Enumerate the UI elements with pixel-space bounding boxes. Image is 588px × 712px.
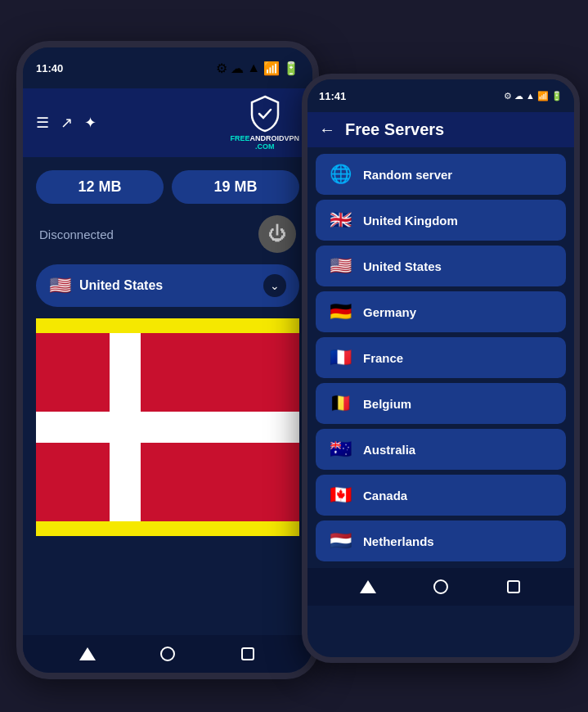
phone2-signal-icon: 📶 — [537, 91, 549, 101]
server-list: 🌐Random server🇬🇧United Kingdom🇺🇸United S… — [307, 147, 574, 568]
star-icon[interactable]: ✦ — [84, 114, 97, 132]
phone2-cloud-icon: ☁ — [514, 91, 523, 101]
phone2: 11:41 ⚙ ☁ ▲ 📶 🔋 ← Free Servers 🌐Random s… — [302, 74, 580, 663]
denmark-cross-vertical — [110, 333, 141, 521]
phone2-wifi-icon: ▲ — [526, 91, 535, 101]
denmark-flag — [36, 333, 299, 521]
phone2-back-triangle-icon — [360, 580, 376, 593]
server-item-nl[interactable]: 🇳🇱Netherlands — [316, 520, 566, 561]
data-left-badge: 12 MB — [36, 170, 164, 204]
back-nav-button[interactable] — [79, 646, 96, 662]
phone2-status-icons: ⚙ ☁ ▲ 📶 🔋 — [504, 91, 563, 101]
server-item-au[interactable]: 🇦🇺Australia — [316, 429, 566, 470]
server-name-random: Random server — [363, 168, 452, 182]
power-button[interactable]: ⏻ — [258, 215, 296, 253]
server-flag-fr: 🇫🇷 — [327, 347, 353, 368]
yellow-bar-top — [36, 318, 299, 333]
server-name-ca: Canada — [363, 489, 407, 502]
menu-icon[interactable]: ☰ — [36, 114, 49, 132]
server-flag-de: 🇩🇪 — [327, 301, 353, 322]
settings-icon: ⚙ — [216, 61, 227, 76]
server-flag-au: 🇦🇺 — [327, 439, 353, 460]
back-button[interactable]: ← — [319, 120, 335, 139]
connection-row: Disconnected ⏻ — [36, 215, 299, 253]
server-flag-random: 🌐 — [327, 164, 353, 185]
wifi-icon: ▲ — [247, 61, 260, 75]
phone2-back-nav-button[interactable] — [360, 579, 376, 595]
free-servers-title: Free Servers — [345, 120, 444, 139]
phone2-settings-icon: ⚙ — [504, 91, 512, 101]
country-selector[interactable]: 🇺🇸 United States ⌄ — [36, 264, 299, 307]
phone1-content: 12 MB 19 MB Disconnected ⏻ 🇺🇸 United Sta… — [23, 157, 312, 549]
server-name-uk: United Kingdom — [363, 214, 458, 228]
phone2-nav-bar — [307, 568, 574, 606]
phone2-header: ← Free Servers — [307, 112, 574, 147]
selected-flag: 🇺🇸 — [49, 275, 71, 296]
phone2-time: 11:41 — [319, 90, 346, 102]
server-item-us[interactable]: 🇺🇸United States — [316, 246, 566, 286]
cloud-icon: ☁ — [231, 61, 244, 76]
server-name-de: Germany — [363, 305, 416, 319]
server-flag-be: 🇧🇪 — [327, 393, 353, 414]
chevron-down-icon[interactable]: ⌄ — [263, 274, 286, 297]
recents-square-icon — [241, 647, 254, 660]
server-flag-us: 🇺🇸 — [327, 255, 353, 277]
server-item-be[interactable]: 🇧🇪Belgium — [316, 383, 566, 424]
server-item-uk[interactable]: 🇬🇧United Kingdom — [316, 200, 566, 241]
phone2-battery-icon: 🔋 — [551, 91, 563, 101]
phone2-home-nav-button[interactable] — [433, 579, 449, 595]
battery-icon: 🔋 — [283, 61, 299, 76]
phone1-nav-bar — [23, 635, 312, 673]
data-right-badge: 19 MB — [172, 170, 299, 204]
phone1-status-bar: 11:40 ⚙ ☁ ▲ 📶 🔋 — [23, 47, 312, 88]
share-icon[interactable]: ↗ — [61, 114, 73, 132]
phone1-time: 11:40 — [36, 62, 63, 74]
denmark-cross-horizontal — [36, 412, 299, 443]
logo-text: FREEANDROIDVPN .COM — [230, 134, 299, 151]
connection-status: Disconnected — [39, 228, 114, 241]
phone1-status-icons: ⚙ ☁ ▲ 📶 🔋 — [216, 61, 299, 76]
flag-display — [36, 318, 299, 536]
home-nav-button[interactable] — [159, 646, 176, 662]
server-name-us: United States — [363, 259, 442, 273]
data-row: 12 MB 19 MB — [36, 170, 299, 204]
home-circle-icon — [160, 647, 175, 661]
phone2-home-circle-icon — [433, 579, 448, 594]
phone2-status-bar: 11:41 ⚙ ☁ ▲ 📶 🔋 — [307, 79, 574, 112]
phone2-recents-nav-button[interactable] — [505, 579, 522, 595]
server-name-au: Australia — [363, 443, 415, 457]
server-flag-ca: 🇨🇦 — [327, 484, 353, 506]
server-name-nl: Netherlands — [363, 534, 434, 548]
signal-icon: 📶 — [263, 61, 280, 76]
server-flag-uk: 🇬🇧 — [327, 210, 353, 231]
logo-area: FREEANDROIDVPN .COM — [230, 95, 299, 151]
top-icons: ☰ ↗ ✦ — [36, 114, 97, 132]
logo-shield-icon — [249, 95, 281, 133]
server-flag-nl: 🇳🇱 — [327, 530, 353, 552]
phone2-recents-square-icon — [507, 580, 520, 593]
server-item-ca[interactable]: 🇨🇦Canada — [316, 475, 566, 516]
server-item-de[interactable]: 🇩🇪Germany — [316, 291, 566, 332]
recents-nav-button[interactable] — [240, 646, 256, 662]
server-name-be: Belgium — [363, 397, 411, 411]
yellow-bar-bottom — [36, 521, 299, 536]
phone1: 11:40 ⚙ ☁ ▲ 📶 🔋 ☰ ↗ ✦ FREEANDROIDVPN .CO… — [16, 41, 319, 679]
selected-country-name: United States — [79, 278, 255, 293]
phone1-top-bar: ☰ ↗ ✦ FREEANDROIDVPN .COM — [23, 88, 312, 157]
server-item-fr[interactable]: 🇫🇷France — [316, 337, 566, 378]
server-name-fr: France — [363, 351, 403, 365]
server-item-random[interactable]: 🌐Random server — [316, 154, 566, 195]
back-triangle-icon — [79, 647, 96, 660]
